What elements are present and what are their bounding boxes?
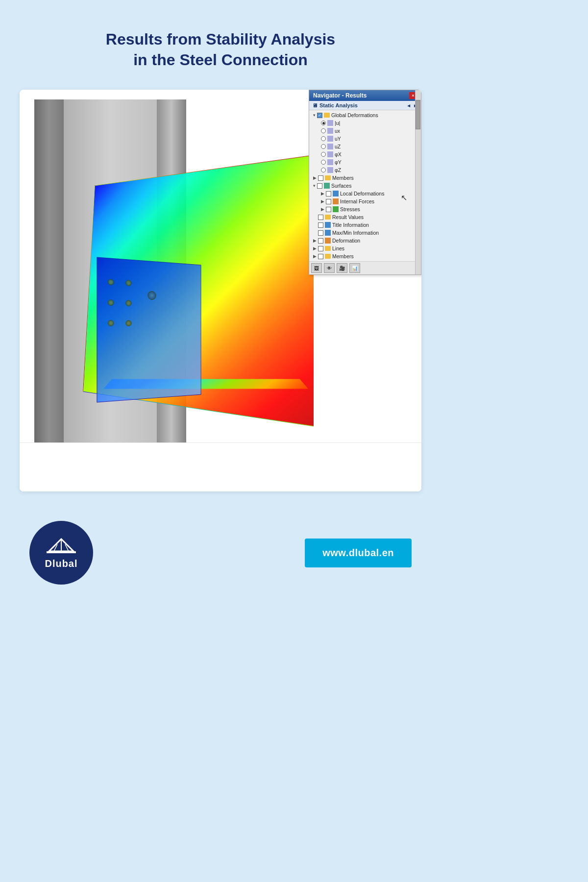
nav-footer-btn-4[interactable]: 📊 — [349, 263, 360, 273]
cb-title-info[interactable] — [318, 222, 323, 228]
navigator-title: Navigator - Results — [313, 92, 367, 99]
nav-item-phix[interactable]: φX — [309, 150, 421, 158]
nav-item-members[interactable]: ▶ Members — [309, 174, 421, 182]
nav-item-deformation[interactable]: ▶ Deformation — [309, 237, 421, 245]
cb-stresses[interactable] — [326, 207, 331, 212]
static-analysis-header[interactable]: 🖥 Static Analysis ◄ ► — [309, 101, 421, 110]
cb-members2[interactable] — [318, 254, 323, 259]
cb-members[interactable] — [318, 175, 323, 181]
icon-phiz — [327, 167, 333, 173]
icon-uy — [327, 136, 333, 142]
icon-maxmin — [325, 230, 331, 236]
icon-title-info — [325, 222, 331, 228]
radio-phiy[interactable] — [321, 160, 326, 165]
static-analysis-label: Static Analysis — [319, 102, 404, 108]
nav-item-surfaces[interactable]: ▾ Surfaces — [309, 182, 421, 190]
radio-u-abs[interactable] — [321, 121, 326, 125]
label-global-def: Global Deformations — [331, 112, 378, 118]
radio-uz[interactable] — [321, 144, 326, 149]
icon-members — [325, 175, 331, 180]
bolt-center — [147, 291, 156, 300]
cb-internal-forces[interactable] — [326, 199, 331, 204]
dlubal-logo-icon — [44, 537, 78, 556]
page-title: Results from Stability Analysis in the S… — [86, 0, 355, 90]
nav-footer-btn-1[interactable]: 🖼 — [311, 263, 322, 273]
navigator-scrollbar[interactable] — [415, 90, 421, 274]
cursor-arrow: ↖ — [401, 193, 407, 202]
nav-footer-btn-3[interactable]: 🎥 — [337, 263, 347, 273]
icon-uz — [327, 144, 333, 149]
label-stresses: Stresses — [340, 206, 360, 212]
dlubal-logo-text: Dlubal — [45, 558, 77, 569]
bolt-4 — [125, 280, 131, 286]
navigator-tree: ▾ ✓ Global Deformations |u| ux — [309, 110, 421, 261]
icon-global-def — [324, 113, 330, 118]
radio-phiz[interactable] — [321, 168, 326, 172]
label-phiz: φZ — [335, 167, 341, 173]
label-surfaces: Surfaces — [331, 183, 351, 189]
icon-surfaces — [324, 183, 330, 189]
column-flange-left — [34, 99, 64, 442]
icon-members2 — [325, 254, 331, 259]
bolt-1 — [108, 279, 114, 285]
arrow-stresses: ▶ — [321, 207, 324, 212]
cb-result-values[interactable] — [318, 215, 323, 220]
cb-maxmin[interactable] — [318, 230, 323, 236]
label-phix: φX — [335, 151, 342, 157]
label-result-values: Result Values — [332, 214, 364, 220]
label-deformation: Deformation — [332, 238, 360, 244]
label-lines: Lines — [332, 245, 344, 251]
radio-phix[interactable] — [321, 152, 326, 157]
label-ux: ux — [335, 128, 340, 134]
nav-item-lines[interactable]: ▶ Lines — [309, 245, 421, 252]
arrow-surfaces: ▾ — [313, 183, 316, 188]
nav-footer-btn-2[interactable]: 👁 — [324, 263, 335, 273]
dlubal-logo: Dlubal — [29, 521, 93, 585]
icon-deformation — [325, 238, 331, 244]
main-card: Navigator - Results × 🖥 Static Analysis … — [20, 90, 421, 491]
icon-stresses — [333, 206, 339, 212]
nav-item-stresses[interactable]: ▶ Stresses — [309, 205, 421, 213]
label-uz: uZ — [335, 144, 341, 149]
label-maxmin: Max/Min Information — [332, 230, 379, 236]
nav-item-title-info[interactable]: ▶ Title Information — [309, 221, 421, 229]
nav-item-ux[interactable]: ux — [309, 127, 421, 135]
nav-item-maxmin[interactable]: ▶ Max/Min Information — [309, 229, 421, 237]
nav-item-uy[interactable]: uY — [309, 135, 421, 143]
arrow-global-def: ▾ — [313, 113, 316, 118]
nav-item-phiz[interactable]: φZ — [309, 166, 421, 174]
icon-lines — [325, 246, 331, 251]
nav-left-btn[interactable]: ◄ — [406, 103, 411, 108]
arrow-deformation: ▶ — [313, 238, 317, 243]
website-button[interactable]: www.dlubal.en — [305, 539, 412, 567]
nav-item-uz[interactable]: uZ — [309, 143, 421, 150]
cb-lines[interactable] — [318, 246, 323, 251]
card-content: Navigator - Results × 🖥 Static Analysis … — [20, 90, 421, 491]
icon-phix — [327, 151, 333, 157]
nav-item-global-deformations[interactable]: ▾ ✓ Global Deformations — [309, 111, 421, 119]
card-bottom-area — [20, 442, 421, 491]
model-area — [20, 90, 314, 442]
nav-item-result-values[interactable]: ▶ Result Values — [309, 213, 421, 221]
radio-uy[interactable] — [321, 136, 326, 141]
cb-surfaces[interactable] — [317, 183, 322, 189]
icon-result-values — [325, 215, 331, 220]
icon-u-abs — [327, 120, 333, 126]
bottom-section: Dlubal www.dlubal.en — [20, 501, 421, 604]
nav-item-members2[interactable]: ▶ Members — [309, 252, 421, 260]
bolt-3 — [108, 320, 114, 326]
bolt-5 — [125, 300, 131, 306]
nav-item-u-abs[interactable]: |u| — [309, 119, 421, 127]
arrow-lines: ▶ — [313, 246, 317, 251]
cb-deformation[interactable] — [318, 238, 323, 244]
icon-phiy — [327, 159, 333, 165]
label-local-def: Local Deformations — [340, 191, 384, 196]
cb-local-def[interactable] — [326, 191, 331, 196]
nav-item-phiy[interactable]: φY — [309, 158, 421, 166]
cb-global-def[interactable]: ✓ — [317, 113, 322, 118]
label-members2: Members — [332, 253, 354, 259]
label-internal-forces: Internal Forces — [340, 198, 374, 204]
radio-ux[interactable] — [321, 128, 326, 133]
navigator-scrollbar-thumb[interactable] — [416, 100, 420, 129]
label-members: Members — [332, 175, 354, 181]
